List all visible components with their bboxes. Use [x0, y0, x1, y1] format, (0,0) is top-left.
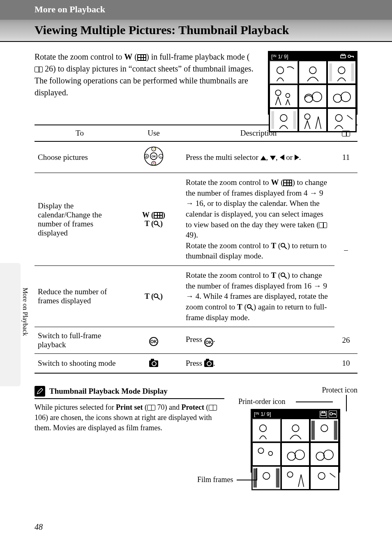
- lcd-cell: [270, 108, 298, 132]
- lcd-cell: [281, 443, 310, 466]
- cell-use: W () T (): [125, 173, 182, 266]
- book-icon: [209, 405, 217, 411]
- table-row: Switch to full-frame playback OK Press O…: [35, 327, 357, 354]
- lcd-counter: [IN 1/ 9]: [254, 411, 271, 417]
- down-arrow-icon: [270, 156, 276, 160]
- svg-point-19: [304, 114, 310, 119]
- intro-part2: in full-frame playback mode (: [149, 52, 250, 61]
- svg-point-37: [260, 425, 267, 432]
- svg-text:OK: OK: [151, 155, 156, 158]
- svg-text:±: ±: [160, 155, 161, 158]
- cell-to: Reduce the number of frames displayed: [35, 266, 125, 327]
- svg-rect-7: [330, 63, 332, 81]
- camera-icon: [149, 360, 158, 367]
- intro-text: Rotate the zoom control to W () in full-…: [35, 51, 256, 99]
- lcd-cell-film: [310, 419, 339, 442]
- svg-point-44: [287, 452, 295, 460]
- leader-line: [256, 468, 257, 480]
- lcd-icons: [340, 53, 354, 60]
- svg-point-5: [277, 67, 284, 74]
- svg-point-11: [286, 93, 290, 97]
- magnifier-icon: [154, 293, 160, 300]
- book-icon: [342, 131, 350, 136]
- svg-point-52: [318, 473, 325, 480]
- section-label: More on Playback: [35, 4, 382, 15]
- svg-point-45: [295, 450, 304, 459]
- svg-rect-40: [334, 421, 337, 440]
- table-row: Switch to shooting mode Press . 10: [35, 354, 357, 373]
- ok-icon: OK: [204, 338, 213, 347]
- svg-text:⏱: ⏱: [145, 155, 148, 158]
- leader-line: [346, 395, 347, 411]
- print-order-icon: [320, 411, 327, 418]
- svg-point-14: [334, 94, 342, 102]
- magnifier-icon: [281, 243, 287, 249]
- operations-table: To Use Description Choose pictures OK⚡🌷⏱…: [35, 125, 357, 374]
- cell-desc: Press the multi selector , , or .: [182, 141, 334, 173]
- svg-point-9: [338, 67, 345, 74]
- svg-rect-33: [322, 411, 325, 413]
- left-arrow-icon: [280, 155, 284, 160]
- magnifier-icon: [247, 304, 254, 311]
- leader-line: [296, 402, 333, 402]
- intro-part3: ) to display pictures in “contact sheets…: [35, 64, 254, 97]
- svg-point-41: [321, 425, 328, 432]
- lcd-icons: [320, 410, 337, 418]
- protect-icon: [348, 53, 354, 60]
- svg-rect-1: [342, 54, 344, 55]
- lcd-cell: [299, 85, 327, 108]
- note-title: Thumbnail Playback Mode Display: [49, 387, 168, 396]
- svg-rect-36: [335, 413, 336, 415]
- svg-text:🌷: 🌷: [152, 162, 156, 165]
- cell-to: Choose pictures: [35, 141, 125, 173]
- content: Rotate the zoom control to W () in full-…: [0, 42, 392, 485]
- magnifier-icon: [154, 221, 160, 227]
- cell-use: OK⚡🌷⏱±: [125, 141, 182, 173]
- cell-desc: Press .: [182, 354, 334, 373]
- film-label: Film frames: [197, 475, 233, 484]
- svg-rect-16: [271, 111, 274, 129]
- lcd-grid: [251, 419, 339, 490]
- th-use: Use: [125, 125, 182, 141]
- lcd-cell: [299, 108, 327, 132]
- lcd-cell: [327, 85, 356, 108]
- table-row: Choose pictures OK⚡🌷⏱± Press the multi s…: [35, 141, 357, 173]
- lcd-cell: [299, 61, 327, 84]
- multi-selector-icon: OK⚡🌷⏱±: [143, 160, 164, 168]
- thumbnail-icon: [154, 212, 163, 219]
- cell-ref: 10: [334, 354, 357, 373]
- cell-desc: Rotate the zoom control to W () to chang…: [182, 173, 334, 266]
- note-pencil-icon: [35, 386, 45, 397]
- lcd-cell: [252, 419, 281, 442]
- lcd-cell: [281, 466, 310, 489]
- svg-point-15: [341, 92, 350, 102]
- header-band: More on Playback: [0, 0, 392, 20]
- up-arrow-icon: [261, 156, 266, 160]
- magnifier-icon: [281, 272, 287, 279]
- svg-rect-17: [293, 111, 296, 129]
- lcd-bar: [IN 1/ 9]: [251, 410, 339, 419]
- table-row: Display the calendar/Change the number o…: [35, 173, 357, 266]
- svg-point-42: [258, 448, 263, 453]
- lcd-cell: [310, 443, 339, 466]
- svg-rect-39: [311, 421, 315, 440]
- svg-point-51: [287, 472, 293, 477]
- cell-desc: Rotate the zoom control to T () to chang…: [182, 266, 334, 327]
- intro-ref1: 26: [45, 64, 53, 73]
- th-to: To: [35, 125, 125, 141]
- note-heading: Thumbnail Playback Mode Display: [35, 386, 224, 399]
- cell-use: T (): [125, 266, 182, 327]
- thumbnail-icon: [137, 54, 146, 61]
- svg-point-2: [348, 55, 350, 58]
- cell-to: Display the calendar/Change the number o…: [35, 173, 125, 266]
- lcd-cell: [310, 466, 339, 489]
- note-body: While pictures selected for Print set ( …: [35, 402, 224, 434]
- intro-part1: Rotate the zoom control to: [35, 52, 124, 61]
- ok-icon: OK: [149, 337, 158, 346]
- lcd-cell: [327, 61, 356, 84]
- lcd-bar: [IN 1/ 9]: [269, 52, 357, 61]
- svg-point-34: [330, 413, 332, 415]
- lcd-cell: [252, 443, 281, 466]
- lcd-cell: [281, 419, 310, 442]
- lcd-cell: [327, 108, 356, 132]
